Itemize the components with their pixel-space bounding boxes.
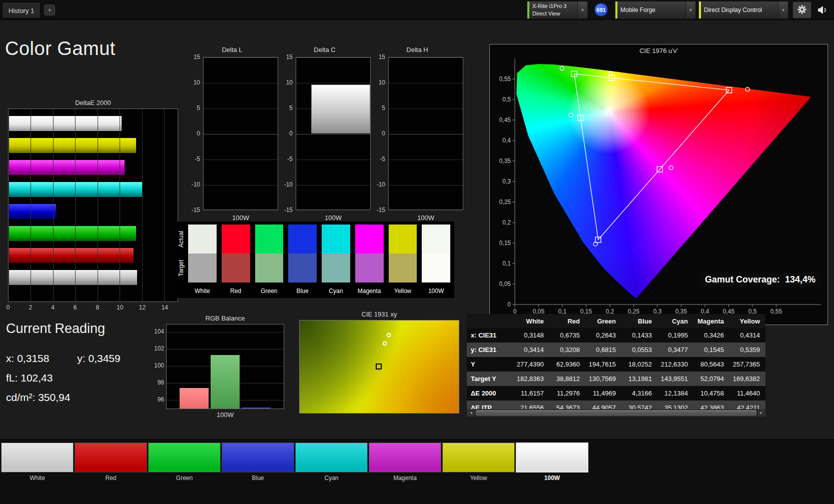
axis-tick-label: 14 (161, 304, 168, 311)
target-swatch (322, 254, 350, 282)
patch-button-100w[interactable] (516, 442, 588, 472)
axis-tick-label: 0,25 (499, 198, 511, 206)
patch-button-red[interactable] (75, 442, 147, 472)
reference-gamut-triangle (574, 74, 729, 240)
table-cell: 0,6815 (585, 346, 621, 354)
patch-button-blue[interactable] (222, 442, 294, 472)
patch-button-cyan[interactable] (295, 442, 368, 472)
gridline (164, 109, 165, 302)
patch-label: Yellow (442, 474, 515, 482)
column-header: Green (585, 318, 621, 325)
table-cell: 38,8812 (549, 375, 585, 382)
display-control-label: Direct Display Control (701, 6, 778, 14)
swatch-label: Cyan (322, 282, 350, 294)
table-horizontal-scrollbar[interactable]: ◄ ► (467, 409, 765, 416)
deltae-chart-title: DeltaE 2000 (8, 99, 178, 106)
patch-button-yellow[interactable] (442, 442, 515, 472)
patch-button-green[interactable] (148, 442, 221, 472)
patch-button-magenta[interactable] (369, 442, 441, 472)
axis-tick-label: -15 (184, 206, 200, 214)
deltae-bar-gray (9, 270, 138, 286)
chevron-down-icon[interactable]: ▼ (577, 2, 587, 18)
axis-tick-label: 0,4 (502, 137, 511, 144)
scrollbar-thumb[interactable] (476, 410, 756, 416)
actual-swatch (355, 224, 384, 254)
rgb-balance-plot (166, 324, 284, 409)
source-dropdown[interactable]: Mobile Forge ▼ (615, 1, 696, 19)
gridline (204, 108, 278, 109)
target-swatch (389, 254, 417, 282)
actual-swatch (188, 224, 217, 254)
table-cell: 0,4314 (729, 332, 765, 339)
swatch-column-yellow: Yellow (389, 224, 417, 294)
table-cell: 0,1995 (657, 332, 693, 339)
meter-mode: Direct View (532, 10, 577, 18)
gridline (75, 109, 76, 302)
gamut-coverage-readout: Gamut Coverage:134,4% (700, 272, 820, 287)
axis-tick-label: 0,55 (499, 76, 511, 82)
table-cell: 277,4390 (513, 360, 549, 368)
measured-point-green (560, 66, 564, 70)
axis-tick-label: 4 (51, 304, 55, 311)
actual-swatch (288, 224, 317, 254)
rgb-balance-x-label: 100W (166, 411, 284, 418)
gridline (296, 83, 370, 84)
swatch-label: Blue (288, 282, 317, 294)
meter-label: X-Rite i1Pro 3 Direct View (529, 2, 577, 18)
table-cell: 257,7365 (729, 360, 765, 368)
gridline (120, 109, 120, 302)
gridline (389, 210, 463, 211)
fl-readout: fL: 102,43 (6, 372, 151, 384)
add-tab-button[interactable]: + (44, 4, 55, 16)
axis-tick-label: 0 (507, 301, 511, 308)
axis-tick-label: 102 (150, 345, 164, 352)
table-cell: 143,9551 (657, 375, 693, 382)
patch-button-white[interactable] (1, 442, 74, 472)
gridline (167, 332, 284, 332)
cd-value: 350,94 (38, 392, 70, 403)
deltae-x-axis: 02468101214 (8, 304, 178, 311)
chart-title: Delta H (369, 46, 465, 54)
axis-tick-label: 6 (74, 304, 77, 311)
table-cell: 12,1384 (657, 390, 693, 397)
table-row: ΔE ITP21,655654,367344,905730,574235,130… (467, 400, 765, 409)
target-swatch (422, 254, 450, 282)
column-header: Red (549, 318, 585, 325)
chevron-down-icon[interactable]: ▼ (778, 2, 788, 18)
rgb-balance-title: RGB Balance (166, 314, 284, 322)
meter-dropdown[interactable]: X-Rite i1Pro 3 Direct View ▼ (527, 1, 588, 19)
axis-tick-label: -5 (369, 156, 385, 162)
chevron-down-icon[interactable]: ▼ (685, 2, 695, 18)
speaker-icon[interactable] (815, 4, 829, 16)
x-label: x: (6, 352, 14, 364)
patch-100w: 100W (516, 442, 588, 482)
rgb-bar-red (180, 388, 209, 408)
actual-swatch (255, 224, 284, 254)
swatch-column-red: Red (222, 224, 250, 294)
axis-tick-label: 10 (117, 304, 123, 311)
history-tab-label: History 1 (9, 7, 34, 14)
table-cell: 182,8363 (513, 375, 549, 382)
row-label: ΔE 2000 (467, 390, 513, 397)
table-cell: 0,3208 (549, 346, 585, 354)
scroll-right-button[interactable]: ► (757, 410, 765, 416)
table-row: x: CIE310,31480,67350,26430,14330,19950,… (467, 328, 765, 342)
history-tab[interactable]: History 1 (3, 3, 40, 18)
scroll-left-button[interactable]: ◄ (467, 410, 475, 416)
table-cell: 0,1545 (693, 346, 729, 354)
axis-tick-label: 0,5 (502, 96, 511, 103)
deltae-bar-green (9, 226, 137, 242)
gridline (296, 58, 370, 58)
table-cell: 80,5643 (693, 360, 729, 368)
deltae-bar-yellow (9, 138, 137, 154)
settings-button[interactable] (792, 2, 811, 18)
axis-tick-label: -15 (277, 206, 293, 214)
table-cell: 11,4969 (585, 390, 621, 397)
measured-point-magenta (669, 166, 673, 170)
display-control-dropdown[interactable]: Direct Display Control ▼ (698, 1, 788, 19)
axis-tick-label: -10 (369, 181, 385, 188)
axis-tick-label: -10 (277, 181, 293, 188)
chart-plot (388, 57, 463, 210)
axis-tick-label: 96 (150, 396, 164, 403)
patch-label: Red (75, 474, 147, 482)
